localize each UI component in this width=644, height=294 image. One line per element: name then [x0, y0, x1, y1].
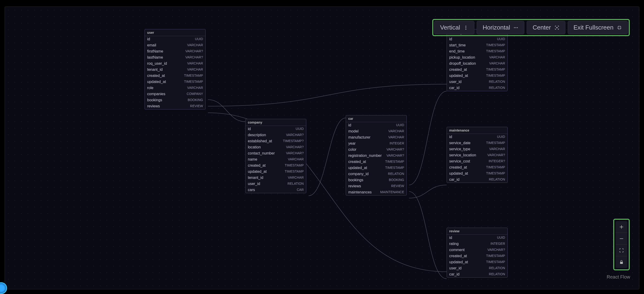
- field-row[interactable]: pickup_locationVARCHAR: [447, 54, 508, 60]
- field-name: updated_at: [449, 171, 468, 176]
- field-row[interactable]: bookingsBOOKING: [145, 97, 205, 103]
- entity-booking[interactable]: bookingidUUIDstart_timeTIMESTAMPend_time…: [446, 29, 508, 91]
- field-row[interactable]: locationVARCHAR?: [246, 144, 306, 150]
- field-row[interactable]: idUUID: [447, 36, 508, 42]
- zoom-out-button[interactable]: [616, 233, 627, 245]
- field-name: manufacturer: [348, 135, 370, 139]
- svg-point-2: [466, 29, 466, 29]
- field-name: maintenances: [348, 190, 372, 194]
- field-row[interactable]: modelVARCHAR: [346, 128, 406, 134]
- field-row[interactable]: car_idRELATION: [447, 271, 508, 277]
- field-row[interactable]: companiesCOMPANY: [145, 91, 205, 97]
- field-row[interactable]: commentVARCHAR?: [447, 247, 508, 253]
- field-row[interactable]: descriptionVARCHAR?: [246, 132, 306, 138]
- field-name: car_id: [449, 86, 460, 90]
- zoom-in-button[interactable]: [616, 221, 627, 233]
- field-row[interactable]: carsCAR: [246, 187, 306, 193]
- field-row[interactable]: updated_atTIMESTAMP: [447, 73, 508, 79]
- field-name: updated_at: [449, 74, 468, 78]
- field-row[interactable]: updated_atTIMESTAMP: [246, 169, 306, 175]
- field-name: established_at: [248, 139, 272, 143]
- field-row[interactable]: start_timeTIMESTAMP: [447, 42, 508, 48]
- field-name: user_id: [248, 182, 260, 186]
- field-row[interactable]: service_costINTEGER?: [447, 158, 508, 164]
- fit-view-icon: [619, 248, 624, 253]
- field-row[interactable]: lastNameVARCHAR?: [145, 54, 205, 60]
- field-row[interactable]: car_idRELATION: [447, 177, 508, 183]
- field-row[interactable]: idUUID: [346, 122, 406, 128]
- field-row[interactable]: user_idRELATION: [447, 265, 508, 271]
- field-row[interactable]: idUUID: [246, 126, 306, 132]
- field-row[interactable]: reviewsREVIEW: [346, 183, 406, 189]
- layout-horizontal-button[interactable]: Horizontal: [477, 21, 524, 34]
- field-name: rating: [449, 242, 458, 246]
- field-row[interactable]: manufacturerVARCHAR: [346, 134, 406, 140]
- field-row[interactable]: updated_atTIMESTAMP: [447, 170, 508, 177]
- field-row[interactable]: roleVARCHAR: [145, 85, 205, 91]
- field-row[interactable]: idUUID: [447, 235, 508, 241]
- field-row[interactable]: end_timeTIMESTAMP: [447, 48, 508, 54]
- field-row[interactable]: idUUID: [145, 36, 205, 42]
- entity-user[interactable]: useridUUIDemailVARCHARfirstNameVARCHAR?l…: [144, 29, 206, 109]
- field-name: id: [147, 37, 150, 41]
- field-row[interactable]: registration_numberVARCHAR?: [346, 153, 406, 159]
- field-row[interactable]: firstNameVARCHAR?: [145, 48, 205, 54]
- field-row[interactable]: service_typeVARCHAR: [447, 146, 508, 152]
- field-type: UUID: [195, 37, 203, 41]
- field-row[interactable]: yearINTEGER: [346, 140, 406, 147]
- field-row[interactable]: tenant_idVARCHAR: [246, 175, 306, 181]
- field-row[interactable]: updated_atTIMESTAMP: [145, 79, 205, 85]
- entity-title: car: [346, 115, 406, 122]
- crosshair-icon: [554, 25, 560, 30]
- entity-company[interactable]: companyidUUIDdescriptionVARCHAR?establis…: [245, 119, 306, 193]
- lock-button[interactable]: [616, 256, 627, 268]
- field-type: TIMESTAMP: [184, 74, 203, 78]
- field-row[interactable]: dropoff_locationVARCHAR: [447, 60, 508, 67]
- layout-vertical-button[interactable]: Vertical: [434, 21, 474, 34]
- field-name: id: [449, 135, 452, 139]
- field-row[interactable]: created_atTIMESTAMP: [447, 67, 508, 73]
- entity-maintenance[interactable]: maintenanceidUUIDservice_dateTIMESTAMPse…: [446, 127, 508, 183]
- field-name: id: [449, 236, 452, 240]
- exit-fullscreen-button[interactable]: Exit Fullscreen: [568, 21, 628, 34]
- field-row[interactable]: colorVARCHAR?: [346, 147, 406, 153]
- field-name: cars: [248, 188, 255, 192]
- field-name: company_id: [348, 172, 368, 176]
- field-row[interactable]: bookingsBOOKING: [346, 177, 406, 183]
- field-row[interactable]: service_dateTIMESTAMP: [447, 140, 508, 146]
- field-row[interactable]: roq_user_idVARCHAR: [145, 60, 205, 67]
- field-row[interactable]: established_atTIMESTAMP?: [246, 138, 306, 144]
- field-row[interactable]: user_idRELATION: [447, 79, 508, 85]
- field-row[interactable]: emailVARCHAR: [145, 42, 205, 48]
- field-type: VARCHAR: [288, 157, 304, 162]
- field-row[interactable]: created_atTIMESTAMP: [447, 164, 508, 170]
- entity-title: company: [246, 119, 306, 126]
- diagram-canvas[interactable]: Vertical Horizontal Center Exit Fullscre…: [5, 6, 639, 289]
- field-row[interactable]: ratingINTEGER: [447, 241, 508, 247]
- entity-car[interactable]: caridUUIDmodelVARCHARmanufacturerVARCHAR…: [346, 115, 407, 196]
- field-row[interactable]: created_atTIMESTAMP: [447, 253, 508, 259]
- field-row[interactable]: updated_atTIMESTAMP: [447, 259, 508, 265]
- field-row[interactable]: contact_numberVARCHAR?: [246, 150, 306, 156]
- field-row[interactable]: maintenancesMAINTENANCE: [346, 189, 406, 195]
- field-row[interactable]: service_locationVARCHAR?: [447, 152, 508, 158]
- center-button[interactable]: Center: [527, 21, 565, 34]
- fit-view-button[interactable]: [616, 245, 627, 256]
- field-row[interactable]: nameVARCHAR: [246, 156, 306, 162]
- field-row[interactable]: created_atTIMESTAMP: [346, 159, 406, 165]
- field-row[interactable]: created_atTIMESTAMP: [246, 162, 306, 169]
- field-row[interactable]: company_idRELATION: [346, 171, 406, 177]
- field-row[interactable]: car_idRELATION: [447, 85, 508, 91]
- field-row[interactable]: created_atTIMESTAMP: [145, 73, 205, 79]
- field-row[interactable]: tenant_idVARCHAR: [145, 67, 205, 73]
- field-row[interactable]: reviewsREVIEW: [145, 103, 205, 109]
- field-row[interactable]: user_idRELATION: [246, 181, 306, 187]
- field-name: id: [348, 123, 351, 127]
- field-row[interactable]: idUUID: [447, 134, 508, 140]
- field-name: location: [248, 145, 261, 149]
- field-name: firstName: [147, 49, 163, 53]
- field-name: companies: [147, 92, 165, 96]
- field-name: bookings: [147, 98, 162, 102]
- field-row[interactable]: updated_atTIMESTAMP: [346, 165, 406, 171]
- entity-review[interactable]: reviewidUUIDratingINTEGERcommentVARCHAR?…: [446, 228, 508, 278]
